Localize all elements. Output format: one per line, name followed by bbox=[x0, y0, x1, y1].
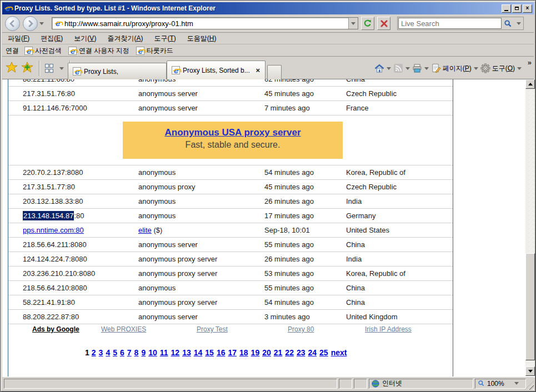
page-link[interactable]: 3 bbox=[99, 348, 103, 357]
print-dropdown-icon[interactable] bbox=[424, 67, 429, 70]
resize-grip[interactable] bbox=[525, 381, 534, 390]
refresh-icon bbox=[363, 19, 372, 28]
add-favorite-button[interactable] bbox=[21, 61, 33, 76]
search-icon bbox=[504, 19, 512, 28]
menu-item-f[interactable]: 파일(F) bbox=[2, 33, 35, 44]
print-button[interactable] bbox=[410, 61, 424, 76]
page-link[interactable]: 14 bbox=[194, 348, 203, 357]
tab-strip: e Proxy Lists, e Proxy Lists, Sorted b..… bbox=[68, 59, 282, 79]
address-dropdown-button[interactable] bbox=[348, 18, 358, 29]
ad-link[interactable]: Proxy Test bbox=[197, 325, 228, 333]
elite-link[interactable]: elite bbox=[138, 226, 152, 234]
refresh-button[interactable] bbox=[361, 17, 374, 30]
page-link[interactable]: 12 bbox=[171, 348, 180, 357]
favorites-center-button[interactable] bbox=[6, 61, 18, 76]
home-button[interactable] bbox=[372, 61, 387, 76]
zoom-level: 100% bbox=[487, 380, 504, 388]
page-link[interactable]: 4 bbox=[106, 348, 110, 357]
proxy-host-link[interactable]: pps.nntime.com:80 bbox=[23, 226, 84, 234]
tab-close-icon[interactable]: × bbox=[255, 66, 261, 74]
cell-checked-time: 54 minutes ago bbox=[264, 298, 345, 306]
menu-item-t[interactable]: 도구(T) bbox=[148, 33, 181, 44]
table-row: 91.121.146.76:7000anonymous server7 minu… bbox=[8, 101, 453, 115]
page-link[interactable]: 21 bbox=[274, 348, 283, 357]
cell-country: China bbox=[346, 298, 449, 306]
page-link[interactable]: 18 bbox=[239, 348, 248, 357]
pagination: 1234567891011121314151617181920212223242… bbox=[85, 348, 349, 357]
page-link[interactable]: 24 bbox=[308, 348, 317, 357]
tab-list-dropdown-icon[interactable] bbox=[59, 67, 64, 70]
minimize-button[interactable] bbox=[502, 4, 511, 13]
maximize-button[interactable] bbox=[512, 4, 522, 13]
table-row: 213.148.154.87:80anonymous17 minutes ago… bbox=[8, 209, 453, 223]
zone-label: 인터넷 bbox=[382, 379, 402, 388]
ad-link[interactable]: Proxy 80 bbox=[288, 325, 314, 333]
page-link[interactable]: 15 bbox=[205, 348, 214, 357]
toolbar-separator bbox=[39, 61, 39, 76]
page-link[interactable]: 19 bbox=[251, 348, 260, 357]
links-bar-item[interactable]: e연결 사용자 지정 bbox=[66, 46, 134, 56]
page-link[interactable]: 13 bbox=[182, 348, 191, 357]
feeds-button[interactable] bbox=[391, 61, 405, 76]
menu-item-e[interactable]: 편집(E) bbox=[35, 33, 68, 44]
page-link[interactable]: 25 bbox=[319, 348, 328, 357]
page-link[interactable]: 22 bbox=[285, 348, 294, 357]
search-button[interactable] bbox=[502, 18, 514, 29]
toolbar-overflow-chevron[interactable]: » bbox=[528, 58, 532, 67]
close-button[interactable]: × bbox=[523, 4, 532, 13]
address-input[interactable] bbox=[62, 18, 348, 28]
feeds-dropdown-icon[interactable] bbox=[405, 67, 410, 70]
status-message-segment bbox=[4, 379, 337, 389]
zoom-segment[interactable]: 100% bbox=[475, 379, 526, 389]
quick-tabs-button[interactable] bbox=[45, 64, 54, 73]
vertical-scrollbar[interactable] bbox=[525, 79, 535, 376]
banner-link[interactable]: Anonymous USA proxy server bbox=[165, 127, 301, 138]
page-link[interactable]: 17 bbox=[228, 348, 237, 357]
cell-country: India bbox=[346, 197, 449, 205]
page-button[interactable]: 페이지(P) bbox=[429, 61, 474, 76]
menu-item-v[interactable]: 보기(V) bbox=[68, 33, 102, 44]
page-link[interactable]: 20 bbox=[262, 348, 271, 357]
search-input[interactable] bbox=[398, 18, 502, 29]
ads-by-google-label[interactable]: Ads by Google bbox=[32, 325, 79, 333]
links-bar-item[interactable]: e타롯카드 bbox=[134, 46, 178, 56]
menu-item-h[interactable]: 도움말(H) bbox=[182, 33, 222, 44]
page-link[interactable]: 23 bbox=[297, 348, 305, 357]
page-link[interactable]: 11 bbox=[160, 348, 168, 357]
search-dropdown-button[interactable] bbox=[514, 18, 523, 29]
zoom-dropdown-icon[interactable] bbox=[514, 382, 519, 385]
table-row: 88.208.222.87:80anonymous server3 minute… bbox=[8, 310, 453, 324]
page-link[interactable]: 5 bbox=[113, 348, 117, 357]
scrollbar-thumb[interactable] bbox=[525, 253, 535, 360]
ad-link[interactable]: Irish IP Address bbox=[365, 325, 412, 333]
tools-dropdown-icon[interactable] bbox=[517, 67, 522, 70]
scroll-down-button[interactable] bbox=[525, 366, 535, 376]
ad-link[interactable]: Web PROXIES bbox=[101, 325, 146, 333]
cell-address: 203.132.138.33:80 bbox=[23, 197, 137, 205]
scroll-up-button[interactable] bbox=[525, 79, 535, 89]
history-dropdown-icon[interactable] bbox=[39, 22, 44, 25]
menu-item-a[interactable]: 즐겨찾기(A) bbox=[102, 33, 148, 44]
back-button[interactable] bbox=[5, 16, 20, 31]
page-link[interactable]: 2 bbox=[92, 348, 96, 357]
new-tab-stub[interactable] bbox=[267, 65, 282, 79]
page-link[interactable]: 9 bbox=[141, 348, 146, 357]
page-link[interactable]: 16 bbox=[217, 348, 226, 357]
next-page-link[interactable]: next bbox=[331, 348, 347, 357]
tab-proxy-lists-sorted[interactable]: e Proxy Lists, Sorted b... × bbox=[167, 61, 266, 79]
add-favorite-star-icon bbox=[21, 61, 33, 73]
forward-button[interactable] bbox=[23, 16, 38, 31]
links-bar-item[interactable]: e사전검색 bbox=[22, 46, 66, 56]
cell-address: 91.121.146.76:7000 bbox=[23, 104, 137, 112]
page-dropdown-icon[interactable] bbox=[474, 67, 478, 70]
tools-button[interactable]: 도구(O) bbox=[478, 61, 517, 76]
tab-proxy-lists[interactable]: e Proxy Lists, bbox=[68, 63, 167, 79]
page-link[interactable]: 7 bbox=[127, 348, 132, 357]
page-link[interactable]: 6 bbox=[120, 348, 124, 357]
home-dropdown-icon[interactable] bbox=[387, 67, 391, 70]
cell-checked-time: 7 minutes ago bbox=[264, 104, 345, 112]
stop-button[interactable] bbox=[377, 17, 390, 30]
browser-window: e Proxy Lists. Sorted by type. List #1 -… bbox=[0, 0, 536, 392]
page-link[interactable]: 10 bbox=[148, 348, 157, 357]
page-link[interactable]: 8 bbox=[134, 348, 139, 357]
